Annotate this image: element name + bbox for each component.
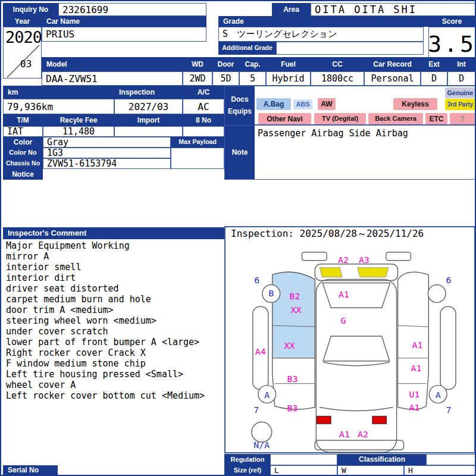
comment-line: lower part of front bumper A <large> <box>6 337 224 347</box>
comment-line: interior smell <box>6 262 224 273</box>
tv-digital-badge: TV (Degital) <box>314 113 366 124</box>
fuel-label: Fuel <box>266 57 311 71</box>
docs-equips-label: Docs Equips <box>225 86 255 125</box>
diagram-marker-XX: XX <box>291 305 302 315</box>
comment-line: wheel cover A <box>6 380 224 390</box>
comment-line: Left tire housing pressed <Small> <box>6 369 224 380</box>
serial-no-label: Serial No <box>3 465 58 475</box>
km-label: km <box>3 86 114 99</box>
diagram-marker-B2: B2 <box>290 291 300 302</box>
rear-glass <box>322 283 390 308</box>
diagram-marker-B3: B3 <box>287 403 298 414</box>
ac-value: AC <box>183 99 224 114</box>
import-value <box>114 126 183 137</box>
chassis-no-value: ZVW51-6153794 <box>43 158 171 169</box>
abs-badge: ABS <box>293 99 312 109</box>
inspector-comment-list: Major Equipment Workingmirror Ainterior … <box>6 240 224 401</box>
comment-line: driver seat distorted <box>6 283 224 294</box>
door-value: 5D <box>212 71 239 86</box>
color-no-value: 1G3 <box>43 148 171 158</box>
ext-label: Ext <box>421 57 447 71</box>
diagram-marker-G: G <box>341 315 346 326</box>
rear-trim-right <box>386 252 411 261</box>
airbag-badge: A.Bag <box>256 98 291 110</box>
car-name-value: PRIUS <box>42 27 206 42</box>
wd-label: WD <box>183 57 212 71</box>
regulation-value <box>270 454 337 465</box>
tm-value: IAT <box>3 126 43 137</box>
third-party-badge: 3rd Party <box>445 99 475 110</box>
score-value: 3.5 <box>428 27 475 61</box>
diagram-marker-A4: A4 <box>255 346 266 357</box>
classification-value <box>426 454 475 465</box>
color-value: Gray <box>43 137 171 148</box>
inquiry-no-value: 23261699 <box>58 3 206 16</box>
area-label: Area <box>272 3 311 16</box>
cap-value: 5 <box>239 71 266 86</box>
windshield <box>323 336 389 361</box>
size-width-cell: W <box>337 465 404 475</box>
inspection-value: 2027/03 <box>114 99 183 114</box>
model-label: Model <box>42 57 183 71</box>
etc-badge: ETC <box>425 113 447 124</box>
int-label: Int <box>447 57 475 71</box>
comment-line: Major Equipment Working <box>6 240 224 251</box>
size-height-cell: H <box>404 465 475 475</box>
comment-line: steering wheel worn <medium> <box>6 315 224 326</box>
model-value: DAA-ZVW51 <box>42 71 183 86</box>
diagram-marker-B: B <box>268 288 274 299</box>
diagram-marker-7: 7 <box>253 405 259 415</box>
import-label: Import <box>114 114 183 126</box>
comment-line: Right rocker cover Crack X <box>6 347 224 358</box>
diagram-marker-XX: XX <box>284 340 295 351</box>
fuel-value: Hybrid <box>266 71 311 86</box>
spare-tire <box>252 422 272 442</box>
comment-line: door trim A <medium> <box>6 305 224 315</box>
ac-label: A/C <box>183 86 224 99</box>
wd-value: 2WD <box>183 71 212 86</box>
regulation-label: Regulation <box>224 454 271 465</box>
inspection-label: Inspection <box>114 86 183 99</box>
diagram-marker-U1: U1 <box>409 389 419 400</box>
door-label: Door <box>212 57 239 71</box>
diagram-marker-NA: N/A <box>253 440 270 450</box>
car-record-value: Personal <box>364 71 421 86</box>
color-label: Color <box>3 137 43 148</box>
car-record-label: Car Record <box>364 57 421 71</box>
note-value: Passenger Airbag Side Airbag <box>258 128 408 139</box>
int-value: D <box>447 71 475 86</box>
diagram-marker-A1: A1 <box>411 363 421 374</box>
recycle-fee-label: Recyle Fee <box>43 114 114 126</box>
keyless-badge: Keyless <box>393 98 437 110</box>
inquiry-no-label: Inquiry No <box>3 3 58 16</box>
size-ref-label: Size (ref) <box>224 465 271 475</box>
hood-line <box>323 362 389 366</box>
recycle-fee-value: 11,480 <box>43 126 114 137</box>
tm-label: T/M <box>3 114 43 126</box>
grade-value: S ツーリングセレクション <box>218 27 424 42</box>
red-damage-mark-left <box>317 416 331 424</box>
max-payload-label: Max Payload <box>171 137 224 148</box>
front-bumper-lower <box>315 440 403 450</box>
additional-grade-value <box>276 42 424 55</box>
diagram-marker-A3: A3 <box>359 255 369 265</box>
grade-label: Grade <box>218 16 428 27</box>
comment-line: under cover scratch <box>6 326 224 337</box>
km-value: 79,936km <box>3 99 114 114</box>
diagram-marker-A1: A1 <box>409 402 419 413</box>
color-no-label: Color No <box>3 148 43 158</box>
car-damage-diagram: A2A366BB2A1XXGXXA4A1A1B3AU1AB3A177A1A2N/… <box>226 237 475 453</box>
red-damage-mark-right <box>372 416 387 424</box>
ext-value: D <box>421 71 447 86</box>
equipment-box: Docs Equips A.Bag ABS AW Keyless Genuine… <box>224 86 475 125</box>
cap-label: Cap. <box>239 57 266 71</box>
diagram-marker-A2: A2 <box>338 255 349 265</box>
comment-line: Left rocker cover bottom cut <Medium> <box>6 390 224 401</box>
eight-no-value <box>183 126 224 137</box>
diagram-marker-A1: A1 <box>339 429 350 440</box>
diagram-marker-B3: B3 <box>287 374 298 384</box>
year-month-value: 03 <box>20 58 32 70</box>
rear-trim-left <box>302 252 327 261</box>
diagram-marker-A1: A1 <box>412 340 422 350</box>
diagram-marker-A: A <box>436 390 441 400</box>
